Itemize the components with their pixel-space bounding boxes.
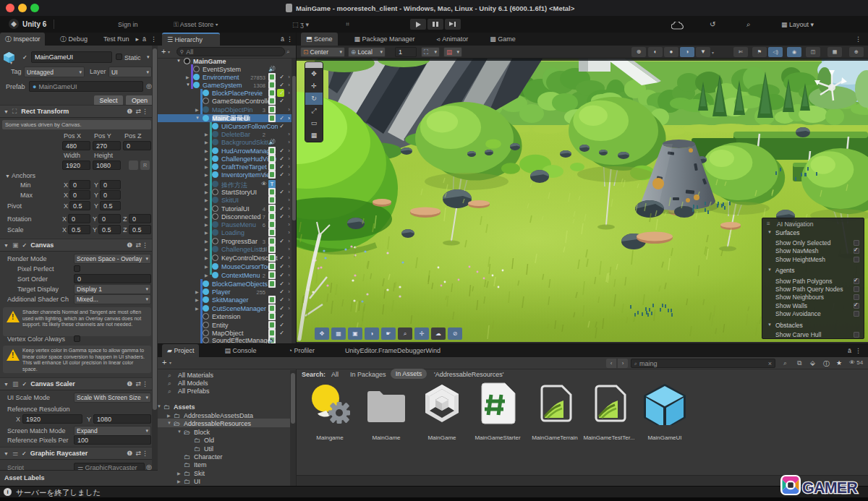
svg-text:GAMER: GAMER [802, 479, 858, 497]
